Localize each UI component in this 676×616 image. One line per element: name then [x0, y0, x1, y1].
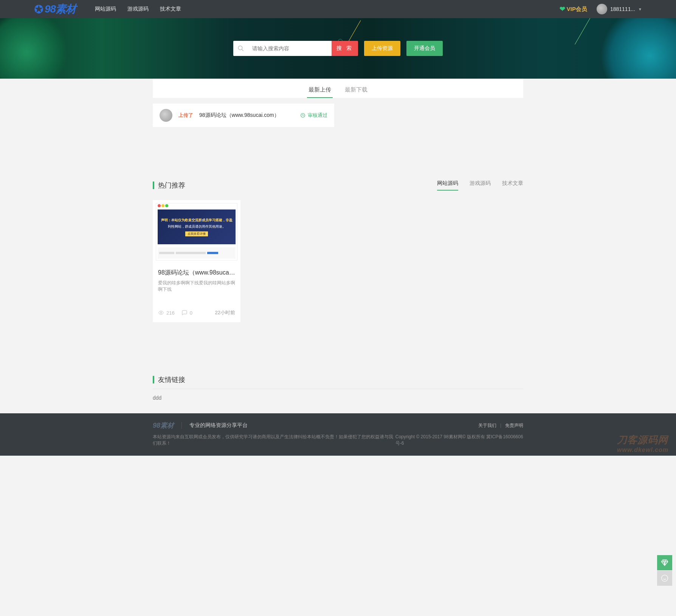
hot-tab-game-source[interactable]: 游戏源码 — [470, 180, 491, 191]
svg-point-0 — [238, 46, 242, 50]
top-nav: ✪ 98素材 网站源码 游戏源码 技术文章 ❤ VIP会员 1881111...… — [0, 0, 676, 18]
card-title: 98源码论坛（www.98sucai.co... — [158, 269, 235, 277]
primary-nav: 网站源码 游戏源码 技术文章 — [95, 6, 181, 12]
thumb-cta: 点我查看详情 — [185, 231, 208, 236]
clock-icon — [300, 113, 305, 118]
watermark: 刀客源码网 www.dkewl.com — [617, 433, 668, 453]
hot-section-head: 热门推荐 网站源码 游戏源码 技术文章 — [153, 180, 523, 191]
resource-card[interactable]: 声明：本站仅为欧皇交流群成员学习搭建，非盈 利性网站，群成员请勿用作其他用途。 … — [153, 200, 240, 322]
hot-tabs: 网站源码 游戏源码 技术文章 — [437, 180, 523, 191]
avatar — [597, 4, 607, 14]
footer-slogan: 专业的网络资源分享平台 — [189, 422, 248, 429]
footer-disclaimer-text: 本站资源均来自互联网或会员发布，仅供研究学习请勿商用以及产生法律纠纷本站概不负责… — [153, 434, 395, 447]
upload-item[interactable]: 上传了 98源码论坛（www.98sucai.com） 审核通过 — [153, 104, 334, 127]
friend-link[interactable]: ddd — [153, 395, 161, 401]
footer-logo: 98素材 — [153, 421, 174, 430]
card-description: 爱我的哇多啊啊下线爱我的哇网站多啊啊下线 — [158, 280, 235, 293]
nav-item-tech-article[interactable]: 技术文章 — [160, 6, 181, 12]
upload-resource-button[interactable]: 上传资源 — [364, 41, 400, 56]
logo-text: 98素材 — [45, 2, 76, 16]
footer-link-about[interactable]: 关于我们 — [478, 422, 496, 429]
tab-latest-download[interactable]: 最新下载 — [343, 83, 369, 98]
search-row: 搜 索 上传资源 开通会员 — [233, 41, 443, 56]
hero-banner: 搜 索 上传资源 开通会员 — [0, 18, 676, 79]
section-bar — [153, 182, 154, 189]
decor-line — [575, 18, 592, 45]
hot-tab-website-source[interactable]: 网站源码 — [437, 180, 458, 191]
user-menu[interactable]: 1881111... ▼ — [597, 4, 642, 14]
chevron-down-icon: ▼ — [638, 7, 642, 11]
comment-icon — [181, 310, 188, 316]
upload-item-title: 98源码论坛（www.98sucai.com） — [199, 112, 279, 119]
section-title: 友情链接 — [158, 375, 185, 384]
hot-tab-tech-article[interactable]: 技术文章 — [502, 180, 523, 191]
logo-icon: ✪ — [34, 3, 43, 16]
card-body: 98源码论坛（www.98sucai.co... 爱我的哇多啊啊下线爱我的哇网站… — [153, 264, 240, 322]
search-icon-wrap — [233, 41, 248, 56]
card-footer: 216 0 22小时前 — [158, 309, 235, 316]
upload-action-label: 上传了 — [178, 112, 193, 119]
section-bar — [153, 376, 154, 383]
svg-line-1 — [242, 49, 243, 51]
footer-separator: | — [500, 423, 501, 428]
upload-status: 审核通过 — [300, 112, 327, 119]
vip-badge[interactable]: ❤ VIP会员 — [560, 5, 587, 13]
tab-latest-upload[interactable]: 最新上传 — [307, 83, 333, 98]
open-member-button[interactable]: 开通会员 — [406, 41, 443, 56]
svg-point-3 — [160, 312, 162, 313]
card-grid: 声明：本站仅为欧皇交流群成员学习搭建，非盈 利性网站，群成员请勿用作其他用途。 … — [153, 200, 523, 322]
site-footer: 98素材 专业的网络资源分享平台 关于我们 | 免责声明 本站资源均来自互联网或… — [0, 413, 676, 456]
thumb-text: 声明：本站仅为欧皇交流群成员学习搭建，非盈 — [161, 218, 233, 223]
username: 1881111... — [610, 6, 635, 12]
search-input[interactable] — [248, 41, 332, 56]
upload-status-text: 审核通过 — [308, 112, 327, 119]
card-thumbnail: 声明：本站仅为欧皇交流群成员学习搭建，非盈 利性网站，群成员请勿用作其他用途。 … — [153, 200, 240, 264]
section-title: 热门推荐 — [158, 181, 185, 190]
thumb-text: 利性网站，群成员请勿用作其他用途。 — [168, 224, 226, 229]
footer-copyright: Copyright © 2015-2017 98素材网© 版权所有 冀ICP备1… — [395, 434, 523, 447]
views-count: 216 — [166, 310, 175, 316]
footer-divider — [181, 422, 182, 429]
friend-links-list: ddd — [153, 389, 523, 407]
friends-section: 友情链接 ddd — [153, 375, 523, 407]
site-logo[interactable]: ✪ 98素材 — [34, 2, 76, 16]
comments-count: 0 — [190, 310, 192, 316]
avatar — [160, 109, 172, 122]
nav-right: ❤ VIP会员 1881111... ▼ — [560, 4, 642, 14]
heart-icon: ❤ — [560, 5, 565, 13]
footer-link-disclaimer[interactable]: 免责声明 — [505, 422, 523, 429]
eye-icon — [158, 310, 164, 316]
feed-tabs: 最新上传 最新下载 — [153, 79, 523, 98]
card-timestamp: 22小时前 — [215, 309, 235, 316]
search-icon — [237, 45, 244, 52]
vip-label: VIP会员 — [567, 6, 587, 13]
nav-item-website-source[interactable]: 网站源码 — [95, 6, 116, 12]
nav-item-game-source[interactable]: 游戏源码 — [127, 6, 149, 12]
search-button[interactable]: 搜 索 — [332, 41, 358, 56]
search-box: 搜 索 — [233, 41, 358, 56]
